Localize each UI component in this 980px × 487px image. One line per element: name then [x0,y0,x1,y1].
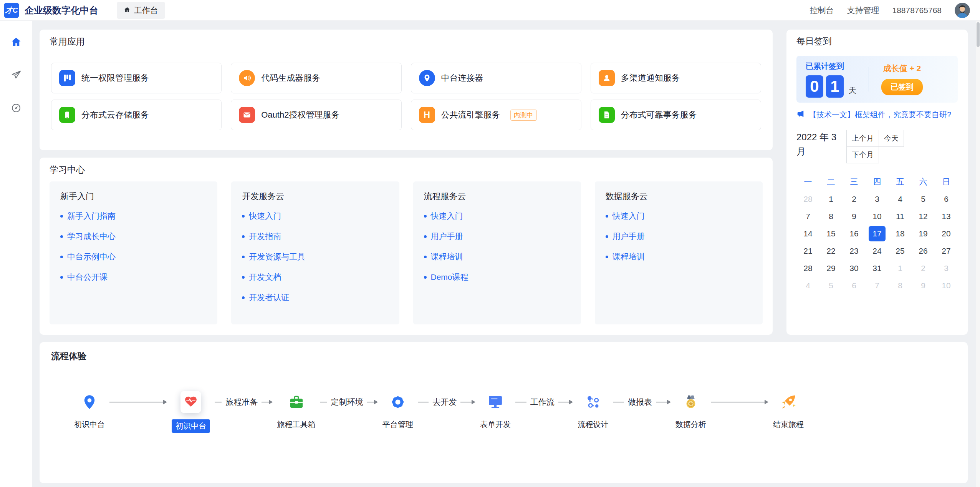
nav-support[interactable]: 支持管理 [847,5,879,16]
calendar-day[interactable]: 9 [912,277,935,294]
journey-step-toolbox[interactable]: 旅程工具箱 [277,390,316,430]
calendar-day[interactable]: 6 [935,190,958,208]
learning-link[interactable]: 开发文档 [242,272,388,283]
calendar-day[interactable]: 18 [889,225,912,242]
calendar-day[interactable]: 26 [912,242,935,259]
calendar-day[interactable]: 16 [843,225,866,242]
learning-link[interactable]: 中台公开课 [60,272,207,283]
app-card-storage[interactable]: 分布式云存储服务 [51,100,222,130]
calendar-day[interactable]: 13 [935,208,958,225]
calendar-day[interactable]: 21 [796,242,819,259]
calendar-day[interactable]: 1 [889,259,912,277]
learning-link[interactable]: 开发指南 [242,231,388,242]
sidebar-item-discover[interactable] [10,102,23,115]
nav-console[interactable]: 控制台 [810,5,834,16]
avatar[interactable] [955,3,970,18]
calendar-day[interactable]: 28 [796,259,819,277]
calendar-day[interactable]: 10 [866,208,889,225]
calendar-day[interactable]: 6 [843,277,866,294]
app-card-permission[interactable]: 统一权限管理服务 [51,63,222,93]
next-month-button[interactable]: 下个月 [846,146,879,163]
calendar-day[interactable]: 8 [819,208,843,225]
learning-link[interactable]: 用户手册 [424,231,570,242]
app-card-transaction[interactable]: 分布式可靠事务服务 [591,100,761,130]
calendar-day[interactable]: 5 [819,277,843,294]
learning-link[interactable]: 用户手册 [606,231,752,242]
calendar-day[interactable]: 3 [866,190,889,208]
journey-step-form-dev[interactable]: 表单开发 [480,390,511,430]
calendar-day[interactable]: 8 [889,277,912,294]
calendar-day[interactable]: 7 [796,208,819,225]
calendar-day-selected[interactable]: 17 [869,226,886,241]
learning-link[interactable]: 开发资源与工具 [242,251,388,262]
learning-col-title: 数据服务云 [606,191,752,202]
calendar-day[interactable]: 2 [912,259,935,277]
sidebar-item-home[interactable] [10,36,23,49]
journey-step-platform[interactable]: 平台管理 [382,390,413,430]
sidebar-item-send[interactable] [10,69,23,82]
calendar-day[interactable]: 31 [866,259,889,277]
calendar-day[interactable]: 7 [866,277,889,294]
app-card-oauth[interactable]: Oauth2授权管理服务 [231,100,401,130]
calendar-day[interactable]: 10 [935,277,958,294]
journey-step-intro[interactable]: 初识中台 [74,390,105,430]
tech-article-link[interactable]: 【技术一文】框架组件，究竟要不要自研? [796,110,958,120]
calendar-day[interactable]: 4 [889,190,912,208]
calendar-day[interactable]: 25 [889,242,912,259]
panel-divider [869,67,869,91]
learning-link[interactable]: 新手入门指南 [60,211,207,221]
journey-step-finish[interactable]: 结束旅程 [773,390,804,430]
calendar-day[interactable]: 12 [912,208,935,225]
learning-link[interactable]: 快速入门 [424,211,570,221]
signed-button[interactable]: 已签到 [881,79,923,95]
calendar-day[interactable]: 14 [796,225,819,242]
calendar-day[interactable]: 1 [819,190,843,208]
calendar-grid: 一 二 三 四 五 六 日 28 1 2 3 4 5 6 7 8 9 10 11… [796,173,958,294]
calendar-day[interactable]: 23 [843,242,866,259]
journey-step-flow-design[interactable]: 流程设计 [578,390,608,430]
calendar-day[interactable]: 30 [843,259,866,277]
learning-link[interactable]: 中台示例中心 [60,251,207,262]
tab-workbench[interactable]: 工作台 [117,2,165,19]
calendar-day[interactable]: 15 [819,225,843,242]
calendar-day[interactable]: 5 [912,190,935,208]
today-button[interactable]: 今天 [879,130,904,147]
learning-link[interactable]: 快速入门 [242,211,388,221]
calendar-day[interactable]: 24 [866,242,889,259]
calendar-day[interactable]: 29 [819,259,843,277]
learning-link-label: 课程培训 [612,251,645,262]
location-pin-icon [81,390,98,414]
learning-link[interactable]: Demo课程 [424,272,570,283]
app-logo: 才C [4,3,19,18]
app-card-codegen[interactable]: 代码生成器服务 [231,63,401,93]
calendar-day[interactable]: 9 [843,208,866,225]
journey-step-data-analysis[interactable]: 数据分析 [675,390,706,430]
learning-link[interactable]: 开发者认证 [242,292,388,303]
calendar-day[interactable]: 22 [819,242,843,259]
learning-link-label: 开发资源与工具 [249,251,305,262]
scrollbar-thumb[interactable] [977,22,980,47]
app-card-notify[interactable]: 多渠道通知服务 [591,63,761,93]
calendar-day[interactable]: 19 [912,225,935,242]
calendar-day[interactable]: 3 [935,259,958,277]
calendar-day[interactable]: 4 [796,277,819,294]
journey-step-intro-active[interactable]: 初识中台 [172,390,210,433]
learning-col-dev-cloud: 开发服务云 快速入门 开发指南 开发资源与工具 开发文档 开发者认证 [231,181,399,324]
app-card-flow-engine[interactable]: H 公共流引擎服务 内测中 [411,100,581,130]
heart-pulse-icon [180,391,201,413]
calendar-day[interactable]: 20 [935,225,958,242]
bullet-dot [606,215,608,218]
prev-month-button[interactable]: 上个月 [846,130,879,147]
calendar-day[interactable]: 27 [935,242,958,259]
user-phone: 18878765768 [892,6,942,15]
learning-link[interactable]: 学习成长中心 [60,231,207,242]
calendar-day[interactable]: 2 [843,190,866,208]
calendar-day[interactable]: 28 [796,190,819,208]
app-card-connector[interactable]: 中台连接器 [411,63,581,93]
weekday-header: 六 [912,173,935,190]
journey-connector: 旅程准备 [215,390,272,414]
learning-link[interactable]: 课程培训 [606,251,752,262]
learning-link[interactable]: 快速入门 [606,211,752,221]
learning-link[interactable]: 课程培训 [424,251,570,262]
calendar-day[interactable]: 11 [889,208,912,225]
